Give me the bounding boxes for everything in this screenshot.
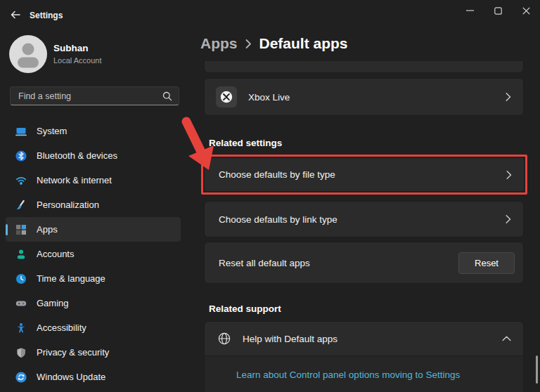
sidebar-item-windows-update[interactable]: Windows Update [6, 365, 181, 389]
back-arrow-icon [10, 10, 21, 20]
settings-window: Settings Subhan Local Account [0, 0, 540, 392]
sidebar-item-label: Personalization [37, 200, 99, 210]
sidebar-item-personalization[interactable]: Personalization [6, 192, 181, 217]
sidebar-item-system[interactable]: System [6, 119, 181, 143]
globe-icon [218, 332, 231, 345]
chevron-up-icon [502, 336, 511, 341]
sidebar-item-label: Network & internet [37, 175, 112, 185]
profile-account-type: Local Account [53, 56, 102, 65]
sidebar-nav: System Bluetooth & devices Network & int… [6, 119, 181, 389]
sidebar-item-privacy-security[interactable]: Privacy & security [6, 340, 181, 365]
paintbrush-icon [15, 200, 27, 211]
row-label: Help with Default apps [243, 334, 338, 344]
sidebar-item-gaming[interactable]: Gaming [6, 291, 181, 315]
sidebar-item-bluetooth-devices[interactable]: Bluetooth & devices [6, 143, 181, 168]
reset-all-default-apps-row: Reset all default apps Reset [204, 242, 524, 284]
row-label: Choose defaults by link type [219, 214, 338, 225]
help-with-default-apps-row[interactable]: Help with Default apps [205, 322, 523, 355]
maximize-button[interactable] [487, 3, 508, 18]
selected-indicator [6, 224, 8, 235]
system-icon [15, 126, 27, 137]
apps-icon [15, 224, 27, 235]
sidebar-item-label: Gaming [37, 298, 69, 308]
row-label: Xbox Live [248, 92, 290, 103]
choose-defaults-by-link-type-row[interactable]: Choose defaults by link type [204, 201, 524, 237]
accessibility-person-icon [15, 322, 27, 334]
sidebar-item-apps[interactable]: Apps [6, 217, 181, 242]
bluetooth-icon [15, 150, 27, 162]
sidebar-item-label: Bluetooth & devices [37, 150, 117, 161]
sidebar-item-label: Accessibility [37, 322, 86, 333]
xbox-live-row[interactable]: Xbox Live [204, 78, 524, 116]
search-icon [162, 91, 172, 101]
page-title: Default apps [259, 35, 348, 52]
profile-name: Subhan [53, 43, 89, 53]
sidebar-item-accessibility[interactable]: Accessibility [6, 315, 181, 340]
minimize-button[interactable] [459, 3, 480, 18]
breadcrumb-parent[interactable]: Apps [200, 35, 238, 52]
gamepad-icon [15, 298, 27, 309]
chevron-right-icon [506, 215, 511, 224]
control-panel-options-link[interactable]: Learn about Control panel options moving… [236, 370, 460, 380]
reset-button[interactable]: Reset [458, 252, 515, 274]
sidebar-item-label: Time & language [37, 273, 105, 284]
shield-icon [15, 347, 27, 358]
choose-defaults-by-file-type-row[interactable]: Choose defaults by file type [205, 158, 524, 191]
close-button[interactable] [515, 3, 536, 18]
sidebar-item-label: Accounts [37, 249, 74, 259]
chevron-right-icon [506, 170, 512, 179]
sidebar-item-label: System [37, 126, 67, 136]
chevron-right-icon [506, 93, 511, 102]
sidebar-item-network-internet[interactable]: Network & internet [6, 168, 181, 192]
xbox-icon [216, 86, 237, 107]
wifi-icon [15, 175, 27, 186]
row-label: Choose defaults by file type [219, 169, 335, 180]
annotation-highlight-box: Choose defaults by file type [201, 155, 527, 195]
sidebar-item-accounts[interactable]: Accounts [6, 242, 181, 266]
related-support-heading: Related support [209, 303, 281, 314]
sidebar-item-time-language[interactable]: Time & language [6, 266, 181, 291]
clipped-list-row[interactable] [204, 61, 524, 73]
row-label: Reset all default apps [219, 258, 310, 268]
clock-icon [15, 273, 27, 285]
search-input[interactable] [11, 87, 162, 105]
avatar [9, 35, 47, 73]
related-settings-heading: Related settings [209, 138, 282, 148]
sidebar-item-label: Privacy & security [37, 347, 109, 358]
accounts-person-icon [15, 249, 27, 260]
breadcrumb-chevron-icon [245, 39, 252, 49]
back-button[interactable] [8, 8, 22, 21]
windows-update-icon [15, 372, 27, 383]
breadcrumb: Apps Default apps [200, 35, 348, 52]
search-box[interactable] [10, 86, 179, 105]
help-expanded-content: Learn about Control panel options moving… [205, 355, 523, 392]
window-title: Settings [30, 11, 63, 20]
person-icon [9, 35, 47, 73]
sidebar-item-label: Windows Update [37, 372, 105, 382]
maximize-icon [494, 7, 502, 15]
minimize-icon [466, 10, 474, 11]
close-icon [522, 7, 530, 15]
help-expander-card: Help with Default apps Learn about Contr… [204, 321, 524, 392]
vertical-scrollbar-thumb[interactable] [536, 355, 538, 384]
sidebar-item-label: Apps [37, 224, 58, 235]
